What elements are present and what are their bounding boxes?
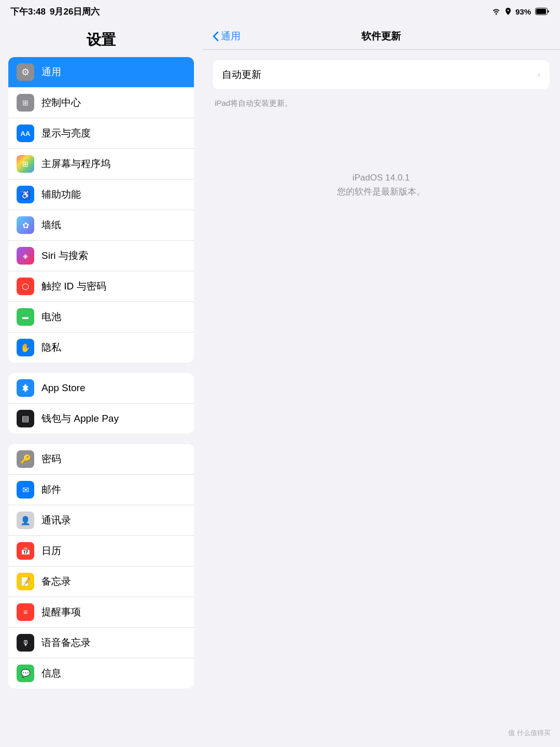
calendar-label: 日历 [41, 544, 61, 558]
wallet-icon: ▤ [17, 410, 34, 427]
os-version: iPadOS 14.0.1 [353, 171, 410, 185]
auto-update-hint: iPad将自动安装更新。 [213, 94, 550, 108]
battery-percentage: 93% [515, 7, 531, 16]
sidebar-item-appstore[interactable]: App Store [8, 373, 194, 404]
battery-icon [535, 8, 550, 15]
sidebar-item-passwords[interactable]: 🔑 密码 [8, 444, 194, 475]
detail-panel: 通用 软件更新 自动更新 › iPad将自动安装更新。 iPadOS 14.0.… [202, 23, 560, 747]
appstore-icon [17, 379, 34, 397]
display-icon: AA [17, 125, 34, 142]
home-screen-icon: ⊞ [17, 155, 34, 173]
sidebar-item-wallpaper[interactable]: ✿ 墙纸 [8, 210, 194, 241]
appstore-label: App Store [41, 382, 86, 394]
back-button[interactable]: 通用 [213, 30, 241, 43]
wallpaper-label: 墙纸 [41, 218, 61, 232]
wifi-icon [492, 8, 501, 15]
control-center-icon: ⊞ [17, 94, 34, 112]
sidebar-title: 设置 [0, 23, 202, 57]
general-label: 通用 [41, 65, 61, 79]
battery-setting-icon: ▬ [17, 308, 34, 326]
privacy-label: 隐私 [41, 341, 61, 354]
notes-icon: 📝 [17, 573, 34, 590]
sidebar-item-home-screen[interactable]: ⊞ 主屏幕与程序坞 [8, 149, 194, 179]
detail-title: 软件更新 [361, 30, 401, 43]
touch-id-icon: ⬡ [17, 278, 34, 295]
svg-rect-1 [536, 9, 546, 14]
battery-label: 电池 [41, 310, 61, 324]
sidebar-item-notes[interactable]: 📝 备忘录 [8, 566, 194, 597]
detail-header: 通用 软件更新 [202, 23, 560, 50]
detail-content: 自动更新 › iPad将自动安装更新。 iPadOS 14.0.1 您的软件是最… [202, 50, 560, 747]
settings-group-3: 🔑 密码 ✉ 邮件 👤 通讯录 📅 日历 📝 备忘录 ≡ 提醒事项 [8, 444, 194, 688]
sidebar-item-general[interactable]: ⚙ 通用 [8, 57, 194, 88]
sidebar-item-messages[interactable]: 💬 信息 [8, 658, 194, 688]
accessibility-icon: ♿ [17, 186, 34, 203]
chevron-left-icon [213, 31, 219, 42]
settings-group-1: ⚙ 通用 ⊞ 控制中心 AA 显示与亮度 ⊞ 主屏幕与程序坞 ♿ 辅助功能 ✿ … [8, 57, 194, 363]
mail-icon: ✉ [17, 481, 34, 499]
up-to-date-text: 您的软件是最新版本。 [337, 185, 425, 199]
status-bar-left: 下午3:48 9月26日周六 [10, 6, 100, 18]
location-icon [505, 8, 511, 15]
sidebar-item-accessibility[interactable]: ♿ 辅助功能 [8, 179, 194, 210]
sidebar: 设置 ⚙ 通用 ⊞ 控制中心 AA 显示与亮度 ⊞ 主屏幕与程序坞 ♿ 辅助功能 [0, 23, 202, 747]
touch-id-label: 触控 ID 与密码 [41, 280, 106, 293]
sidebar-item-calendar[interactable]: 📅 日历 [8, 536, 194, 566]
sidebar-item-display[interactable]: AA 显示与亮度 [8, 118, 194, 149]
siri-icon: ◈ [17, 247, 34, 265]
status-bar: 下午3:48 9月26日周六 93% [0, 0, 560, 23]
sidebar-item-battery[interactable]: ▬ 电池 [8, 302, 194, 333]
reminders-label: 提醒事项 [41, 605, 81, 619]
settings-group-2: App Store ▤ 钱包与 Apple Pay [8, 373, 194, 434]
messages-icon: 💬 [17, 665, 34, 682]
status-bar-right: 93% [492, 7, 550, 16]
voice-memos-icon: 🎙 [17, 634, 34, 652]
passwords-icon: 🔑 [17, 450, 34, 468]
home-screen-label: 主屏幕与程序坞 [41, 157, 110, 171]
sidebar-item-mail[interactable]: ✉ 邮件 [8, 475, 194, 505]
sidebar-item-contacts[interactable]: 👤 通讯录 [8, 505, 194, 536]
time: 下午3:48 [10, 6, 46, 18]
control-center-label: 控制中心 [41, 96, 81, 109]
date: 9月26日周六 [50, 6, 100, 18]
sidebar-item-touch-id[interactable]: ⬡ 触控 ID 与密码 [8, 271, 194, 302]
auto-update-group: 自动更新 › [213, 60, 550, 89]
contacts-label: 通讯录 [41, 514, 71, 527]
calendar-icon: 📅 [17, 542, 34, 560]
auto-update-label: 自动更新 [222, 68, 261, 81]
accessibility-label: 辅助功能 [41, 188, 81, 201]
wallpaper-icon: ✿ [17, 216, 34, 234]
sidebar-item-wallet[interactable]: ▤ 钱包与 Apple Pay [8, 404, 194, 434]
sidebar-item-reminders[interactable]: ≡ 提醒事项 [8, 597, 194, 628]
voice-memos-label: 语音备忘录 [41, 636, 91, 649]
sidebar-item-siri[interactable]: ◈ Siri 与搜索 [8, 241, 194, 271]
display-label: 显示与亮度 [41, 127, 91, 140]
sidebar-item-control-center[interactable]: ⊞ 控制中心 [8, 88, 194, 118]
main-container: 设置 ⚙ 通用 ⊞ 控制中心 AA 显示与亮度 ⊞ 主屏幕与程序坞 ♿ 辅助功能 [0, 23, 560, 747]
contacts-icon: 👤 [17, 511, 34, 529]
passwords-label: 密码 [41, 452, 61, 466]
wallet-label: 钱包与 Apple Pay [41, 412, 119, 425]
auto-update-chevron: › [537, 70, 540, 80]
auto-update-row[interactable]: 自动更新 › [213, 60, 550, 89]
notes-label: 备忘录 [41, 575, 71, 588]
sidebar-item-privacy[interactable]: ✋ 隐私 [8, 333, 194, 363]
reminders-icon: ≡ [17, 603, 34, 621]
privacy-icon: ✋ [17, 339, 34, 356]
general-icon: ⚙ [17, 63, 34, 81]
messages-label: 信息 [41, 667, 61, 680]
back-label: 通用 [221, 30, 241, 43]
siri-label: Siri 与搜索 [41, 249, 88, 262]
up-to-date-section: iPadOS 14.0.1 您的软件是最新版本。 [213, 108, 550, 261]
sidebar-item-voice-memos[interactable]: 🎙 语音备忘录 [8, 628, 194, 658]
mail-label: 邮件 [41, 483, 61, 496]
